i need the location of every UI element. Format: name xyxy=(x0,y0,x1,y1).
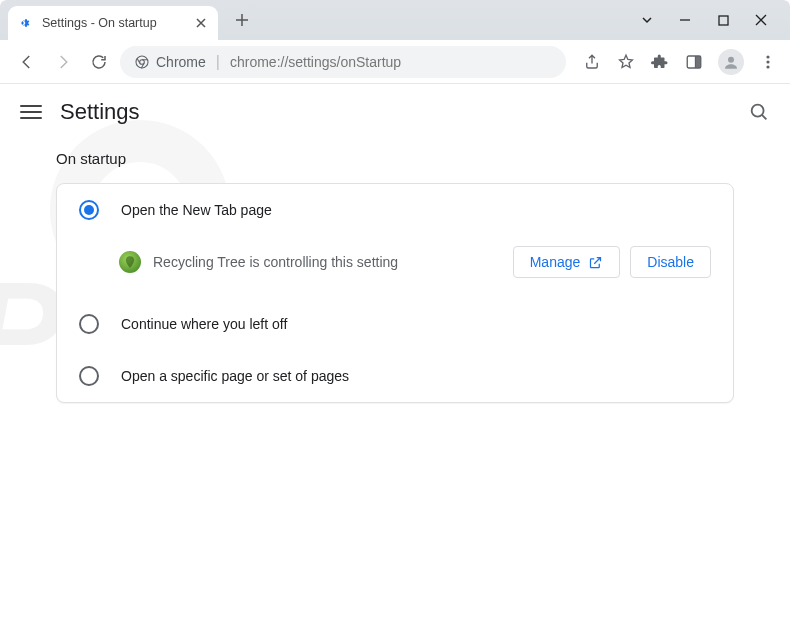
radio-specific[interactable] xyxy=(79,366,99,386)
option-continue-label: Continue where you left off xyxy=(121,316,287,332)
option-continue-row[interactable]: Continue where you left off xyxy=(57,298,733,350)
minimize-button[interactable] xyxy=(678,13,692,27)
profile-avatar[interactable] xyxy=(718,49,744,75)
browser-tab[interactable]: Settings - On startup xyxy=(8,6,218,40)
svg-point-5 xyxy=(728,56,734,62)
svg-point-7 xyxy=(766,60,769,63)
page-title: Settings xyxy=(60,99,140,125)
startup-options-card: Open the New Tab page Recycling Tree is … xyxy=(56,183,734,403)
close-tab-icon[interactable] xyxy=(194,16,208,30)
back-button[interactable] xyxy=(12,47,42,77)
star-icon[interactable] xyxy=(616,52,636,72)
disable-button[interactable]: Disable xyxy=(630,246,711,278)
maximize-button[interactable] xyxy=(716,13,730,27)
section-title: On startup xyxy=(56,150,734,167)
window-titlebar: Settings - On startup xyxy=(0,0,790,40)
menu-icon[interactable] xyxy=(758,52,778,72)
chevron-down-icon[interactable] xyxy=(640,13,654,27)
toolbar-right-icons xyxy=(572,49,778,75)
option-specific-label: Open a specific page or set of pages xyxy=(121,368,349,384)
window-controls xyxy=(640,13,790,27)
manage-button[interactable]: Manage xyxy=(513,246,621,278)
svg-point-8 xyxy=(766,65,769,68)
reload-button[interactable] xyxy=(84,47,114,77)
forward-button[interactable] xyxy=(48,47,78,77)
omnibox-divider: | xyxy=(216,53,220,71)
external-link-icon xyxy=(588,255,603,270)
radio-continue[interactable] xyxy=(79,314,99,334)
tab-title: Settings - On startup xyxy=(42,16,186,30)
settings-gear-icon xyxy=(18,15,34,31)
settings-content: On startup Open the New Tab page Recycli… xyxy=(0,140,790,413)
radio-new-tab[interactable] xyxy=(79,200,99,220)
chrome-icon xyxy=(134,54,150,70)
manage-label: Manage xyxy=(530,254,581,270)
share-icon[interactable] xyxy=(582,52,602,72)
extension-message: Recycling Tree is controlling this setti… xyxy=(153,254,513,270)
svg-rect-0 xyxy=(719,16,728,25)
disable-label: Disable xyxy=(647,254,694,270)
option-specific-row[interactable]: Open a specific page or set of pages xyxy=(57,350,733,402)
new-tab-button[interactable] xyxy=(228,6,256,34)
svg-point-9 xyxy=(752,105,764,117)
browser-toolbar: Chrome | chrome://settings/onStartup xyxy=(0,40,790,84)
settings-header: Settings xyxy=(0,84,790,140)
close-window-button[interactable] xyxy=(754,13,768,27)
search-icon[interactable] xyxy=(748,101,770,123)
svg-point-6 xyxy=(766,55,769,58)
hamburger-menu-icon[interactable] xyxy=(20,101,42,123)
chrome-chip-label: Chrome xyxy=(156,54,206,70)
chrome-chip: Chrome xyxy=(134,54,206,70)
extension-control-row: Recycling Tree is controlling this setti… xyxy=(57,236,733,298)
sidepanel-icon[interactable] xyxy=(684,52,704,72)
address-bar[interactable]: Chrome | chrome://settings/onStartup xyxy=(120,46,566,78)
extensions-icon[interactable] xyxy=(650,52,670,72)
svg-rect-4 xyxy=(696,56,701,68)
option-new-tab-row[interactable]: Open the New Tab page xyxy=(57,184,733,236)
url-text: chrome://settings/onStartup xyxy=(230,54,401,70)
option-new-tab-label: Open the New Tab page xyxy=(121,202,272,218)
extension-icon xyxy=(119,251,141,273)
